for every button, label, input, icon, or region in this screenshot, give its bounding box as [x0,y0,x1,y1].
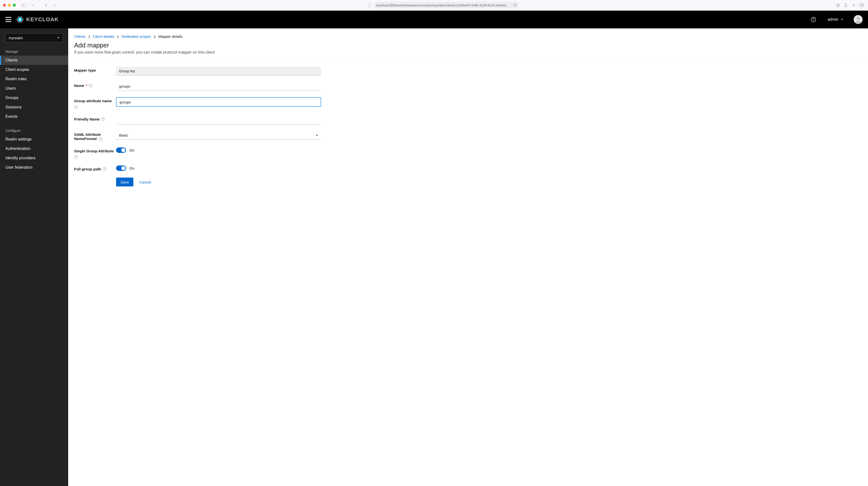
reload-icon[interactable] [513,3,517,7]
svg-rect-3 [860,4,863,7]
sidebar-item-sessions[interactable]: Sessions [0,102,68,112]
help-icon[interactable] [811,17,816,22]
sidebar-item-label: Events [5,114,18,119]
svg-rect-0 [22,4,26,7]
downloads-icon[interactable] [834,2,841,8]
page-subtitle: If you want more fine-grain control, you… [74,50,862,55]
new-tab-icon[interactable] [850,2,857,8]
full-group-path-toggle[interactable] [116,165,126,171]
sidebar-item-label: Realm roles [5,77,26,81]
svg-point-9 [857,17,860,20]
realm-selector[interactable]: myrealm [5,33,63,42]
sidebar-item-groups[interactable]: Groups [0,93,68,102]
help-icon[interactable]: ? [101,117,105,121]
realm-selector-label: myrealm [9,36,23,40]
sidebar-item-clients[interactable]: Clients [0,56,68,65]
toggle-on-label: On [129,166,134,170]
window-zoom-button[interactable] [13,4,16,7]
required-asterisk: * [86,84,87,88]
breadcrumb-link-dedicated-scopes[interactable]: Dedicated scopes [122,34,151,38]
save-button[interactable]: Save [116,177,133,187]
label-text: Mapper type [74,68,96,72]
caret-down-icon [57,37,60,38]
sidebar-item-identity-providers[interactable]: Identity providers [0,153,68,163]
label-text: Group attribute name [74,99,112,103]
name-input[interactable] [116,82,321,91]
browser-url-bar[interactable]: localhost:8080/admin/master/console/#/my… [374,2,519,9]
sidebar-item-label: Users [5,86,16,90]
user-menu[interactable]: admin [828,17,843,22]
sidebar-item-label: Authentication [5,147,30,151]
tabs-icon[interactable] [858,2,865,8]
nav-section-configure: Configure [0,126,68,135]
full-group-path-label: Full group path ? [74,165,116,171]
window-traffic-lights [3,4,16,7]
url-text: localhost:8080/admin/master/console/#/my… [376,3,511,7]
keycloak-logo[interactable]: KEYCLOAK [16,15,59,24]
help-icon[interactable]: ? [102,167,106,171]
saml-nameformat-select[interactable]: Basic [116,131,321,140]
chevron-right-icon: ❯ [117,35,119,38]
sidebar-item-label: Identity providers [5,156,36,160]
browser-forward-button[interactable] [51,2,58,8]
keycloak-logo-text: KEYCLOAK [26,16,59,23]
caret-down-icon [841,19,843,20]
breadcrumb-current: Mapper details [158,34,183,38]
sidebar-item-realm-roles[interactable]: Realm roles [0,74,68,84]
label-text: Full group path [74,167,101,171]
page-title: Add mapper [74,41,862,49]
help-icon[interactable]: ? [99,137,102,141]
hamburger-menu-button[interactable] [5,17,11,23]
app-header: KEYCLOAK admin [0,11,868,28]
sidebar-item-label: User federation [5,165,32,169]
single-group-attribute-toggle[interactable] [116,148,126,153]
breadcrumb-link-client-details[interactable]: Client details [93,34,114,38]
keycloak-logo-icon [16,15,24,24]
label-text: Friendly Name [74,117,99,121]
mapper-form: Mapper type Group list Name * ? [74,67,321,187]
sidebar-item-events[interactable]: Events [0,112,68,121]
user-menu-label: admin [828,17,838,22]
sidebar-item-label: Groups [5,96,18,100]
help-icon[interactable]: ? [89,84,92,88]
sidebar-toggle-icon[interactable] [20,2,27,8]
sidebar-item-authentication[interactable]: Authentication [0,144,68,153]
mapper-type-value: Group list [116,67,321,75]
sidebar-item-label: Sessions [5,105,22,109]
friendly-name-input[interactable] [116,116,321,125]
caret-down-icon [316,135,318,136]
svg-point-8 [813,21,814,21]
friendly-name-label: Friendly Name ? [74,116,116,121]
sidebar-item-user-federation[interactable]: User federation [0,163,68,172]
saml-nameformat-label: SAML Attribute NameFormat ? [74,131,116,141]
sidebar-item-label: Realm settings [5,137,32,141]
breadcrumb-link-clients[interactable]: Clients [74,34,86,38]
help-icon[interactable]: ? [74,155,78,159]
chevron-down-icon[interactable] [29,2,36,8]
cancel-button[interactable]: Cancel [139,180,151,184]
share-icon[interactable] [842,2,849,8]
sidebar-item-label: Client scopes [5,67,29,72]
group-attribute-name-label: Group attribute name ? [74,97,116,109]
divider [68,60,868,60]
toggle-on-label: On [129,148,134,152]
sidebar: myrealm Manage Clients Client scopes Rea… [0,28,68,486]
single-group-attribute-label: Single Group Attribute ? [74,148,116,159]
window-minimize-button[interactable] [8,4,11,7]
sidebar-item-label: Clients [5,58,18,62]
breadcrumb: Clients ❯ Client details ❯ Dedicated sco… [74,34,862,38]
help-icon[interactable]: ? [74,105,78,109]
browser-chrome: localhost:8080/admin/master/console/#/my… [0,0,868,11]
main-content: Clients ❯ Client details ❯ Dedicated sco… [68,28,868,486]
sidebar-item-realm-settings[interactable]: Realm settings [0,135,68,144]
group-attribute-name-input[interactable] [116,97,321,107]
chevron-right-icon: ❯ [88,35,90,38]
browser-back-button[interactable] [42,2,50,8]
shield-icon [368,3,372,7]
label-text: Name [74,84,84,88]
sidebar-item-users[interactable]: Users [0,84,68,93]
window-close-button[interactable] [3,4,6,7]
avatar[interactable] [854,15,863,24]
chevron-right-icon: ❯ [153,35,156,38]
sidebar-item-client-scopes[interactable]: Client scopes [0,65,68,74]
